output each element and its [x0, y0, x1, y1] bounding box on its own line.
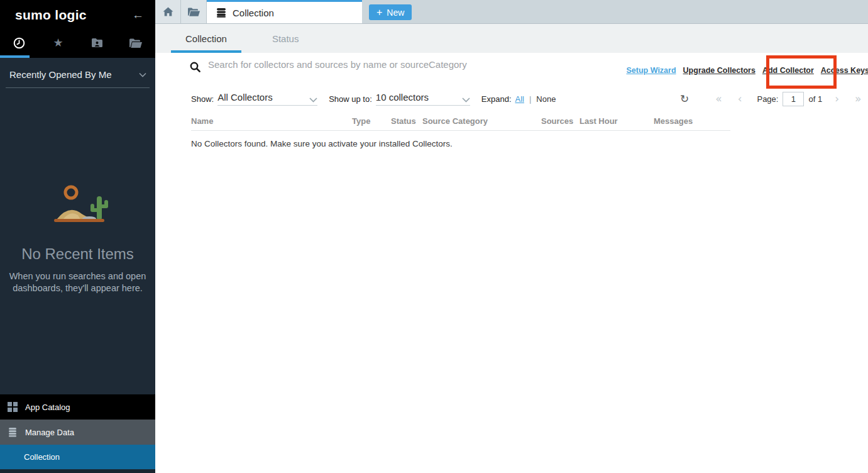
show-dropdown[interactable]: All Collectors	[217, 92, 317, 106]
tab-title: Collection	[233, 8, 274, 18]
tab-spacer	[241, 24, 258, 53]
menu-item-label: App Catalog	[25, 403, 70, 412]
no-collectors-message: No Collectors found. Make sure you activ…	[191, 139, 453, 148]
sidebar-item-app-catalog[interactable]: App Catalog	[0, 394, 155, 420]
sidebar-footer-strip	[0, 469, 155, 473]
open-folder-icon	[129, 38, 142, 48]
home-button[interactable]	[155, 0, 181, 23]
new-button[interactable]: + New	[369, 4, 412, 20]
sub-tab-bar: Collection Status	[155, 24, 868, 53]
column-header-status: Status	[391, 116, 416, 126]
star-icon: ★	[53, 36, 63, 50]
sumo-logic-logo: sumo logic	[15, 8, 87, 23]
pagination-controls: ↻ « ‹ Page: of 1 › »	[680, 89, 861, 108]
recents-tab[interactable]	[0, 28, 39, 58]
no-recent-items-subtitle: When you run searches and open dashboard…	[7, 270, 148, 294]
library-button[interactable]	[181, 0, 207, 23]
column-header-name: Name	[191, 116, 213, 126]
expand-all-link[interactable]: All	[515, 94, 524, 104]
chevron-down-icon	[309, 97, 317, 103]
table-header-divider	[191, 130, 730, 131]
separator: |	[529, 94, 531, 104]
home-icon	[163, 7, 173, 16]
sidebar-header: sumo logic ← ★	[0, 0, 155, 58]
chevron-down-icon	[139, 72, 146, 77]
sidebar-nav-tabs: ★	[0, 28, 155, 58]
collection-page-tab[interactable]: Collection	[207, 0, 362, 23]
clock-icon	[13, 37, 25, 49]
library-tab[interactable]	[116, 28, 155, 58]
app-root: sumo logic ← ★	[0, 0, 868, 473]
active-tab-underline	[0, 55, 30, 58]
tab-status[interactable]: Status	[258, 24, 314, 53]
page-label: Page:	[757, 94, 778, 104]
add-collector-link[interactable]: Add Collector	[762, 66, 814, 75]
sidebar: sumo logic ← ★	[0, 0, 155, 473]
column-header-last-hour: Last Hour	[580, 116, 618, 126]
last-page-icon[interactable]: »	[855, 92, 861, 105]
show-label: Show:	[191, 94, 214, 104]
search-input[interactable]	[208, 59, 560, 70]
page-number-input[interactable]	[783, 92, 804, 106]
collection-content: Setup Wizard Upgrade Collectors Add Coll…	[155, 53, 868, 473]
show-up-to-dropdown[interactable]: 10 collectors	[376, 92, 470, 106]
column-header-type: Type	[352, 116, 370, 126]
menu-item-label: Manage Data	[25, 428, 74, 437]
upgrade-collectors-link[interactable]: Upgrade Collectors	[683, 66, 755, 75]
collectors-table-header: Name Type Status Source Category Sources…	[155, 116, 868, 130]
plus-icon: +	[376, 8, 382, 18]
header-links: Setup Wizard Upgrade Collectors Add Coll…	[627, 66, 868, 75]
sidebar-item-manage-data[interactable]: Manage Data	[0, 420, 155, 445]
column-header-source-category: Source Category	[422, 116, 488, 126]
sidebar-item-collection[interactable]: Collection	[0, 445, 155, 469]
show-up-to-label: Show up to:	[329, 94, 372, 104]
recently-opened-dropdown[interactable]: Recently Opened By Me	[6, 68, 150, 88]
filter-row: Show: All Collectors Show up to: 10 coll…	[191, 89, 556, 108]
recently-opened-label: Recently Opened By Me	[9, 69, 112, 80]
setup-wizard-link[interactable]: Setup Wizard	[627, 66, 676, 75]
show-dropdown-value: All Collectors	[217, 92, 273, 103]
chevron-down-icon	[462, 97, 470, 103]
collapse-sidebar-arrow-icon[interactable]: ←	[132, 8, 144, 22]
previous-page-icon[interactable]: ‹	[738, 92, 742, 105]
database-icon	[8, 427, 18, 437]
expand-label: Expand:	[481, 94, 512, 104]
next-page-icon[interactable]: ›	[835, 92, 839, 105]
expand-none-link[interactable]: None	[536, 94, 556, 104]
show-up-to-dropdown-value: 10 collectors	[376, 92, 429, 103]
folder-icon	[188, 8, 200, 16]
menu-item-label: Collection	[24, 452, 60, 462]
new-button-label: New	[387, 8, 404, 18]
access-keys-link[interactable]: Access Keys	[821, 66, 868, 75]
refresh-icon[interactable]: ↻	[680, 92, 689, 106]
shared-folder-person-icon	[91, 38, 103, 48]
tab-collection[interactable]: Collection	[171, 24, 241, 53]
page-of-label: of 1	[808, 94, 822, 104]
desert-illustration	[48, 184, 108, 225]
column-header-messages: Messages	[654, 116, 693, 126]
main-area: Collection + New Collection Status Setup…	[155, 0, 868, 473]
app-grid-icon	[8, 402, 18, 412]
search-icon	[190, 62, 201, 72]
sidebar-empty-state: No Recent Items When you run searches an…	[0, 184, 155, 294]
no-recent-items-title: No Recent Items	[0, 245, 155, 263]
shared-tab[interactable]	[78, 28, 117, 58]
column-header-sources: Sources	[541, 116, 573, 126]
first-page-icon[interactable]: «	[715, 92, 722, 105]
favorites-tab[interactable]: ★	[39, 28, 78, 58]
sidebar-bottom-menu: App Catalog Manage Data Collection	[0, 394, 155, 473]
top-tab-bar: Collection + New	[155, 0, 868, 24]
database-icon	[216, 8, 226, 18]
